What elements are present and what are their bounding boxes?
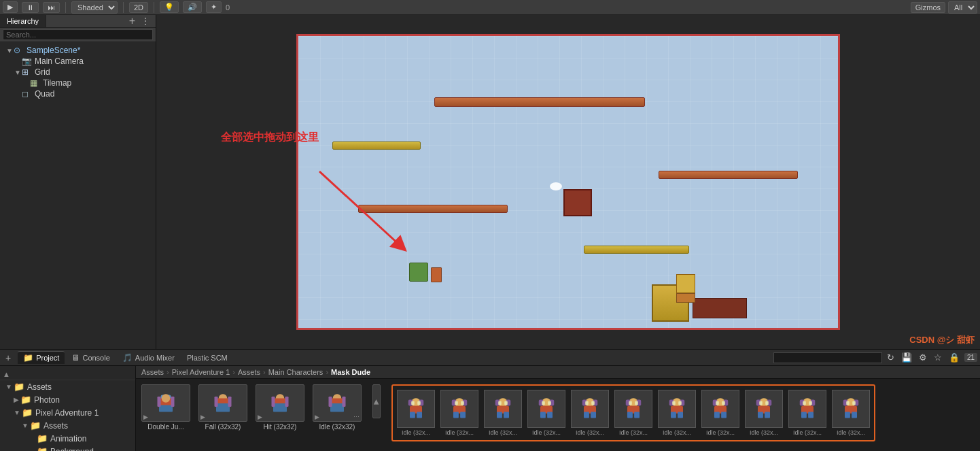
breadcrumb-pixel[interactable]: Pixel Adventure 1 [172,368,230,376]
tab-hierarchy[interactable]: Hierarchy [0,15,46,27]
clip-label-idle: Idle (32x32) [319,423,355,431]
clip-preview-fall[interactable]: ▶ [198,384,247,422]
breadcrumb-assets2[interactable]: Assets [238,368,260,376]
quad-item[interactable]: ▶ ◻ Quad [0,88,156,99]
idle-sprite-preview-9[interactable] [788,390,826,428]
tab-console[interactable]: 🖥 Console [66,352,115,364]
gizmos-button[interactable]: Gizmos [911,2,945,13]
folder-arrow-photon: ▶ [14,396,19,403]
breadcrumb-assets[interactable]: Assets [141,368,164,376]
folder-photon[interactable]: ▶ 📁 Photon [0,393,135,406]
folder-icon-assets-sub: 📁 [30,420,41,431]
folder-icon-pixel: 📁 [22,407,33,418]
timeline-handle[interactable]: ◀ [372,384,381,418]
step-button[interactable]: ⏭ [43,2,60,13]
folder-assets[interactable]: ▼ 📁 Assets [0,380,135,393]
svg-rect-38 [461,401,464,405]
breadcrumb-main-chars[interactable]: Main Characters [268,368,323,376]
up-arrow-icon[interactable]: ▲ [3,370,10,378]
svg-rect-108 [852,412,857,418]
idle-sprite-preview-8[interactable] [745,390,783,428]
construction-dark [693,298,747,318]
clip-preview-double-jump[interactable]: ▶ [141,384,190,422]
tab-audio-label: Audio Mixer [135,354,175,362]
tab-project[interactable]: 📁 Project [18,351,65,364]
grid-icon: ⊞ [22,67,33,77]
svg-rect-93 [759,401,763,405]
folder-background[interactable]: ▶ 📁 Background [0,445,135,451]
project-search-input[interactable] [773,352,882,363]
bottom-add-button[interactable]: + [3,352,14,363]
idle-sprite-preview-1[interactable] [440,390,478,428]
sprite-svg-5 [621,397,646,421]
settings-button[interactable]: ⚙ [917,352,929,363]
idle-sprite-preview-4[interactable] [571,390,609,428]
svg-rect-46 [504,401,508,405]
lights-button[interactable]: 💡 [160,1,179,13]
sprite-svg-7 [708,397,733,421]
2d-button[interactable]: 2D [129,2,148,13]
idle-sprite-preview-7[interactable] [701,390,739,428]
save-project-button[interactable]: 💾 [899,352,914,363]
scene-name: SampleScene* [27,46,80,55]
hierarchy-tree: ▼ ⊙ SampleScene* ▶ 📷 Main Camera ▼ ⊞ Gri… [0,42,156,349]
star-button[interactable]: ☆ [932,352,944,363]
idle-sprite-preview-3[interactable] [527,390,565,428]
play-button[interactable]: ▶ [3,1,18,13]
svg-rect-30 [417,401,421,405]
tab-plastic-scm[interactable]: Plastic SCM [181,352,233,363]
grid-arrow[interactable]: ▼ [14,69,22,76]
hierarchy-search-input[interactable] [3,29,153,40]
scene-item[interactable]: ▼ ⊙ SampleScene* [0,45,156,56]
idle-sprite-preview-0[interactable] [397,390,435,428]
shading-mode-dropdown[interactable]: Shaded [71,1,118,14]
sprite-svg-8 [752,397,776,421]
svg-rect-61 [585,401,589,405]
folder-arrow: ▼ [5,383,12,390]
grid-item[interactable]: ▼ ⊞ Grid [0,67,156,78]
sprite-hit [266,390,294,417]
red-box [563,189,592,216]
refresh-button[interactable]: ↻ [885,352,896,363]
idle-label-6: Idle (32x... [663,429,691,436]
svg-rect-99 [801,412,807,418]
breadcrumb-mask-dude[interactable]: Mask Dude [331,368,370,376]
cloud [550,182,562,190]
bottom-toolbar-right: ↻ 💾 ⚙ ☆ 🔒 21 [773,352,977,363]
hierarchy-header-tabs: Hierarchy + ⋮ [0,15,156,28]
platform-mid-left [332,141,421,150]
effects-button[interactable]: ✦ [206,1,222,13]
svg-rect-85 [716,401,719,405]
main-camera-item[interactable]: ▶ 📷 Main Camera [0,56,156,67]
folder-arrow-background: ▶ [30,448,35,451]
folder-pixel-adventure[interactable]: ▼ 📁 Pixel Adventure 1 [0,406,135,419]
idle-sprite-preview-2[interactable] [484,390,522,428]
idle-sprite-preview-10[interactable] [832,390,870,428]
idle-sprite-preview-5[interactable] [614,390,652,428]
idle-sprite-0: Idle (32x... [397,390,435,436]
audio-button[interactable]: 🔊 [183,1,202,13]
all-dropdown[interactable]: All [948,1,977,14]
sprite-svg-3 [534,397,559,421]
clip-preview-hit[interactable]: ▶ [256,384,304,422]
idle-sprite-preview-6[interactable] [658,390,696,428]
folder-assets-label: Assets [27,382,52,392]
svg-rect-22 [343,397,346,407]
construction-block2 [676,293,695,303]
hierarchy-add-button[interactable]: + [126,15,138,27]
construction-block1 [676,274,695,293]
tilemap-item[interactable]: ▶ ▦ Tilemap [0,78,156,88]
pause-button[interactable]: ⏸ [22,2,39,13]
svg-rect-94 [765,401,769,405]
folder-animation[interactable]: ▶ 📁 Animation [0,432,135,445]
folder-assets-sub[interactable]: ▼ 📁 Assets [0,419,135,432]
clip-preview-idle[interactable]: ▶ ⋯ [313,384,362,422]
hierarchy-more-button[interactable]: ⋮ [138,16,153,27]
tab-audio-mixer[interactable]: 🎵 Audio Mixer [117,352,180,364]
lock-button[interactable]: 🔒 [947,352,962,363]
svg-rect-44 [504,412,509,418]
quad-arrow: ▶ [14,90,22,98]
expand-arrow[interactable]: ▼ [5,47,14,54]
svg-rect-83 [714,412,720,418]
sprite-svg-6 [665,397,689,421]
